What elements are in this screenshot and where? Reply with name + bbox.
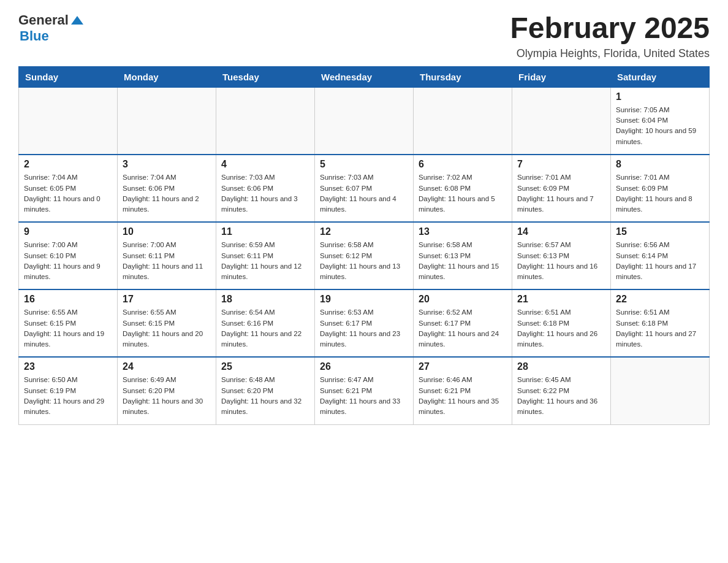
day-number: 18 — [221, 294, 309, 305]
day-info: Sunrise: 7:00 AM Sunset: 6:11 PM Dayligh… — [123, 240, 211, 282]
day-number: 9 — [24, 226, 112, 237]
calendar-week-row: 23Sunrise: 6:50 AM Sunset: 6:19 PM Dayli… — [19, 357, 710, 424]
calendar-week-row: 9Sunrise: 7:00 AM Sunset: 6:10 PM Daylig… — [19, 222, 710, 289]
calendar-cell: 22Sunrise: 6:51 AM Sunset: 6:18 PM Dayli… — [611, 289, 710, 357]
day-number: 27 — [419, 361, 507, 372]
day-info: Sunrise: 6:58 AM Sunset: 6:12 PM Dayligh… — [320, 240, 408, 282]
day-number: 7 — [517, 159, 605, 170]
calendar-cell: 25Sunrise: 6:48 AM Sunset: 6:20 PM Dayli… — [216, 357, 315, 424]
day-info: Sunrise: 6:58 AM Sunset: 6:13 PM Dayligh… — [419, 240, 507, 282]
calendar-cell: 13Sunrise: 6:58 AM Sunset: 6:13 PM Dayli… — [414, 222, 512, 289]
day-info: Sunrise: 6:50 AM Sunset: 6:19 PM Dayligh… — [24, 375, 112, 417]
calendar-cell: 10Sunrise: 7:00 AM Sunset: 6:11 PM Dayli… — [118, 222, 216, 289]
calendar-cell: 18Sunrise: 6:54 AM Sunset: 6:16 PM Dayli… — [216, 289, 315, 357]
day-info: Sunrise: 6:55 AM Sunset: 6:15 PM Dayligh… — [24, 307, 112, 350]
day-info: Sunrise: 7:05 AM Sunset: 6:04 PM Dayligh… — [616, 105, 704, 147]
day-number: 26 — [320, 361, 408, 372]
day-info: Sunrise: 6:51 AM Sunset: 6:18 PM Dayligh… — [517, 307, 605, 350]
day-number: 11 — [221, 226, 309, 237]
calendar-cell: 2Sunrise: 7:04 AM Sunset: 6:05 PM Daylig… — [19, 155, 118, 222]
day-number: 4 — [221, 159, 309, 170]
day-number: 10 — [123, 226, 211, 237]
calendar-cell — [118, 87, 216, 155]
calendar-cell: 28Sunrise: 6:45 AM Sunset: 6:22 PM Dayli… — [512, 357, 611, 424]
calendar-cell: 26Sunrise: 6:47 AM Sunset: 6:21 PM Dayli… — [315, 357, 414, 424]
day-info: Sunrise: 7:00 AM Sunset: 6:10 PM Dayligh… — [24, 240, 112, 282]
calendar-table: SundayMondayTuesdayWednesdayThursdayFrid… — [18, 66, 710, 425]
calendar-header-row: SundayMondayTuesdayWednesdayThursdayFrid… — [19, 66, 710, 87]
calendar-cell: 15Sunrise: 6:56 AM Sunset: 6:14 PM Dayli… — [611, 222, 710, 289]
day-number: 6 — [419, 159, 507, 170]
day-info: Sunrise: 6:53 AM Sunset: 6:17 PM Dayligh… — [320, 307, 408, 350]
calendar-cell: 14Sunrise: 6:57 AM Sunset: 6:13 PM Dayli… — [512, 222, 611, 289]
calendar-week-row: 2Sunrise: 7:04 AM Sunset: 6:05 PM Daylig… — [19, 155, 710, 222]
day-info: Sunrise: 7:03 AM Sunset: 6:07 PM Dayligh… — [320, 172, 408, 215]
day-info: Sunrise: 7:02 AM Sunset: 6:08 PM Dayligh… — [419, 172, 507, 215]
logo-text-general: General — [18, 12, 69, 28]
day-number: 24 — [123, 361, 211, 372]
calendar-week-row: 16Sunrise: 6:55 AM Sunset: 6:15 PM Dayli… — [19, 289, 710, 357]
calendar-cell: 12Sunrise: 6:58 AM Sunset: 6:12 PM Dayli… — [315, 222, 414, 289]
calendar-week-row: 1Sunrise: 7:05 AM Sunset: 6:04 PM Daylig… — [19, 87, 710, 155]
calendar-cell: 27Sunrise: 6:46 AM Sunset: 6:21 PM Dayli… — [414, 357, 512, 424]
day-number: 22 — [616, 294, 704, 305]
day-info: Sunrise: 6:54 AM Sunset: 6:16 PM Dayligh… — [221, 307, 309, 350]
day-number: 2 — [24, 159, 112, 170]
day-info: Sunrise: 6:46 AM Sunset: 6:21 PM Dayligh… — [419, 375, 507, 417]
calendar-cell: 1Sunrise: 7:05 AM Sunset: 6:04 PM Daylig… — [611, 87, 710, 155]
day-number: 15 — [616, 226, 704, 237]
day-info: Sunrise: 6:56 AM Sunset: 6:14 PM Dayligh… — [616, 240, 704, 282]
calendar-header-tuesday: Tuesday — [216, 66, 315, 87]
day-number: 19 — [320, 294, 408, 305]
day-number: 21 — [517, 294, 605, 305]
day-info: Sunrise: 7:01 AM Sunset: 6:09 PM Dayligh… — [517, 172, 605, 215]
calendar-cell: 17Sunrise: 6:55 AM Sunset: 6:15 PM Dayli… — [118, 289, 216, 357]
day-number: 8 — [616, 159, 704, 170]
calendar-cell: 4Sunrise: 7:03 AM Sunset: 6:06 PM Daylig… — [216, 155, 315, 222]
day-info: Sunrise: 6:48 AM Sunset: 6:20 PM Dayligh… — [221, 375, 309, 417]
day-info: Sunrise: 6:52 AM Sunset: 6:17 PM Dayligh… — [419, 307, 507, 350]
day-info: Sunrise: 7:04 AM Sunset: 6:05 PM Dayligh… — [24, 172, 112, 215]
day-number: 16 — [24, 294, 112, 305]
calendar-cell: 7Sunrise: 7:01 AM Sunset: 6:09 PM Daylig… — [512, 155, 611, 222]
day-number: 28 — [517, 361, 605, 372]
calendar-title: February 2025 — [510, 12, 710, 45]
day-number: 13 — [419, 226, 507, 237]
calendar-cell: 6Sunrise: 7:02 AM Sunset: 6:08 PM Daylig… — [414, 155, 512, 222]
day-info: Sunrise: 7:04 AM Sunset: 6:06 PM Dayligh… — [123, 172, 211, 215]
day-info: Sunrise: 7:03 AM Sunset: 6:06 PM Dayligh… — [221, 172, 309, 215]
calendar-cell: 23Sunrise: 6:50 AM Sunset: 6:19 PM Dayli… — [19, 357, 118, 424]
logo: General Blue — [18, 12, 83, 44]
calendar-header-wednesday: Wednesday — [315, 66, 414, 87]
calendar-header-saturday: Saturday — [611, 66, 710, 87]
calendar-header-monday: Monday — [118, 66, 216, 87]
title-section: February 2025 Olympia Heights, Florida, … — [510, 12, 710, 60]
day-info: Sunrise: 6:45 AM Sunset: 6:22 PM Dayligh… — [517, 375, 605, 417]
day-number: 1 — [616, 91, 704, 102]
calendar-cell: 5Sunrise: 7:03 AM Sunset: 6:07 PM Daylig… — [315, 155, 414, 222]
calendar-cell: 20Sunrise: 6:52 AM Sunset: 6:17 PM Dayli… — [414, 289, 512, 357]
calendar-cell: 8Sunrise: 7:01 AM Sunset: 6:09 PM Daylig… — [611, 155, 710, 222]
calendar-cell — [414, 87, 512, 155]
calendar-subtitle: Olympia Heights, Florida, United States — [510, 47, 710, 60]
day-number: 17 — [123, 294, 211, 305]
day-info: Sunrise: 6:55 AM Sunset: 6:15 PM Dayligh… — [123, 307, 211, 350]
day-number: 5 — [320, 159, 408, 170]
day-info: Sunrise: 6:49 AM Sunset: 6:20 PM Dayligh… — [123, 375, 211, 417]
calendar-cell: 11Sunrise: 6:59 AM Sunset: 6:11 PM Dayli… — [216, 222, 315, 289]
day-info: Sunrise: 6:47 AM Sunset: 6:21 PM Dayligh… — [320, 375, 408, 417]
day-number: 23 — [24, 361, 112, 372]
calendar-cell — [512, 87, 611, 155]
day-number: 3 — [123, 159, 211, 170]
calendar-cell: 3Sunrise: 7:04 AM Sunset: 6:06 PM Daylig… — [118, 155, 216, 222]
calendar-cell — [216, 87, 315, 155]
calendar-header-sunday: Sunday — [19, 66, 118, 87]
logo-text-blue: Blue — [20, 28, 49, 44]
calendar-cell: 9Sunrise: 7:00 AM Sunset: 6:10 PM Daylig… — [19, 222, 118, 289]
day-number: 20 — [419, 294, 507, 305]
calendar-cell: 21Sunrise: 6:51 AM Sunset: 6:18 PM Dayli… — [512, 289, 611, 357]
calendar-cell — [19, 87, 118, 155]
day-number: 14 — [517, 226, 605, 237]
page-header: General Blue February 2025 Olympia Heigh… — [18, 12, 710, 60]
day-number: 12 — [320, 226, 408, 237]
